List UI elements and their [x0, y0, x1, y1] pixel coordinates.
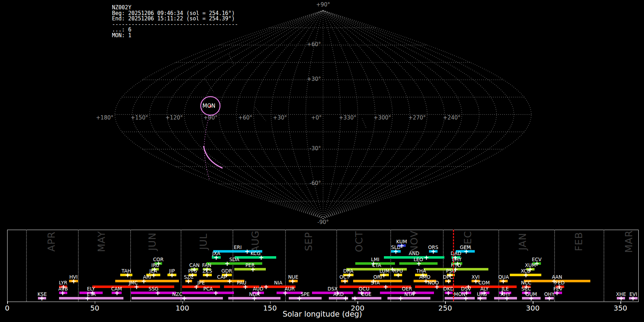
shower-label-ARI: ARI [143, 274, 151, 280]
shower-activity-timeline: APRMAYJUNJULAUGSEPOCTNOVDECJANFEBMAR+KUM… [0, 0, 644, 322]
month-boundary-line [604, 230, 604, 301]
month-label: JAN [517, 233, 528, 250]
shower-label-TAH: TAH [122, 268, 131, 274]
shower-bar-KCG [235, 256, 276, 259]
shower-label-LEO: LEO [414, 257, 423, 262]
shower-label-NOO: NOO [428, 280, 439, 286]
month-boundary-line [26, 230, 27, 301]
shower-peak-PCA: + [213, 291, 219, 294]
month-boundary-line [181, 230, 181, 301]
shower-label-THA: THA [416, 268, 426, 274]
shower-label-XUM: XUM [525, 262, 536, 268]
shower-label-EVI: EVI [629, 291, 637, 297]
shower-label-ARD: ARD [333, 291, 344, 297]
shower-label-SPE: SPE [301, 291, 309, 297]
shower-label-AUD: AUD [253, 286, 264, 292]
month-label: MAR [623, 230, 634, 253]
shower-peak-ERI: + [244, 249, 250, 253]
x-axis-tick [270, 301, 271, 304]
x-axis-tick-label: 50 [90, 304, 99, 312]
x-axis-tick-label: 150 [263, 304, 277, 312]
shower-label-GUM: GUM [526, 291, 537, 297]
x-axis-tick-label: 350 [614, 304, 627, 312]
shower-label-JLE: JLE [502, 286, 509, 292]
shower-label-AMO: AMO [419, 274, 431, 280]
shower-label-PAU: PAU [237, 280, 246, 286]
month-label: SEP [303, 232, 314, 251]
x-axis-tick [620, 301, 621, 304]
shower-label-DPC: DPC [443, 274, 453, 280]
shower-bar-JPE [182, 286, 220, 288]
x-axis-title: Solar longitude (deg) [283, 310, 362, 318]
shower-label-NZC: NZC [172, 291, 182, 297]
shower-label-AVB: AVB [58, 286, 68, 292]
shower-label-COM: COM [478, 280, 490, 286]
month-boundary-line [130, 230, 131, 301]
shower-label-SZC: SZC [184, 274, 194, 280]
x-axis-tick-label: 100 [176, 304, 189, 312]
shower-label-HVI: HVI [69, 274, 78, 280]
shower-label-HYD: HYD [451, 262, 461, 268]
shower-label-KSE: KSE [38, 291, 47, 297]
shower-label-JEA: JEA [150, 268, 157, 274]
shower-peak-ARD: + [343, 296, 348, 300]
shower-label-NDA: NDA [249, 291, 260, 297]
shower-bar-NTA [387, 297, 430, 299]
shower-label-AND: AND [409, 250, 419, 256]
shower-label-FAN: FAN [202, 262, 211, 268]
shower-label-IRC: IRC [151, 262, 159, 268]
shower-bar-ARI [115, 280, 179, 282]
shower-label-DKD: DKD [443, 286, 454, 292]
shower-label-URS: URS [477, 291, 487, 297]
x-axis-tick [95, 301, 96, 304]
month-label: APR [45, 231, 57, 252]
shower-label-GEM: GEM [460, 244, 471, 250]
shower-label-DSV: DSV [461, 286, 471, 292]
x-axis-tick-label: 300 [526, 304, 540, 312]
shower-label-PPS: PPS [188, 268, 197, 274]
month-label: OCT [353, 231, 364, 252]
shower-label-SCC: SCC [521, 286, 531, 292]
shower-peak-EGE: + [352, 296, 358, 300]
shower-label-ZCS: ZCS [203, 268, 212, 274]
x-axis-tick [357, 301, 358, 304]
shower-label-OCU: OCU [359, 286, 370, 292]
shower-label-DRA: DRA [343, 268, 353, 274]
shower-label-DAD: DAD [451, 250, 462, 256]
shower-label-GDR: GDR [221, 268, 232, 274]
x-axis-tick [7, 301, 8, 304]
shower-label-OCT: OCT [340, 274, 350, 280]
shower-label-NIA: NIA [274, 280, 282, 286]
shower-peak-AND: + [424, 255, 429, 259]
shower-label-RPU: RPU [393, 268, 403, 274]
month-label: JUL [197, 233, 209, 250]
shower-label-OHY: OHY [544, 291, 555, 297]
shower-label-AAN: AAN [552, 274, 562, 280]
month-label: FEB [573, 232, 584, 251]
month-boundary-line [78, 230, 79, 301]
shower-label-JMC: JMC [129, 280, 138, 286]
shower-bar-SSG [131, 292, 176, 294]
shower-label-XHE: XHE [616, 291, 626, 297]
shower-label-ELY: ELY [87, 286, 95, 292]
shower-bar-STA [340, 286, 411, 288]
x-axis-tick [533, 301, 533, 304]
month-label: JUN [146, 233, 157, 251]
shower-peak-CAP: + [227, 279, 232, 283]
shower-label-OER: OER [402, 286, 412, 292]
shower-label-CAN: CAN [189, 262, 200, 268]
meteor-station-plot: +180°+150°+120°+90°+60°+30°+0°+330°+300°… [0, 0, 644, 322]
shower-bar-ETA [59, 297, 123, 299]
shower-label-MON: MON [454, 291, 465, 297]
shower-label-LYR: LYR [59, 280, 67, 286]
shower-label-ORS: ORS [428, 244, 438, 250]
shower-label-JXA: JXA [212, 250, 220, 256]
shower-peak-NIA: + [263, 285, 269, 288]
shower-label-JPE: JPE [197, 280, 205, 286]
shower-label-ETA: ETA [87, 291, 96, 297]
shower-bar-MON [445, 297, 475, 299]
shower-label-FEV: FEV [553, 286, 563, 292]
month-label: MAY [96, 231, 107, 252]
shower-bar-SPE [289, 297, 322, 299]
shower-label-NCC: NCC [521, 280, 531, 286]
